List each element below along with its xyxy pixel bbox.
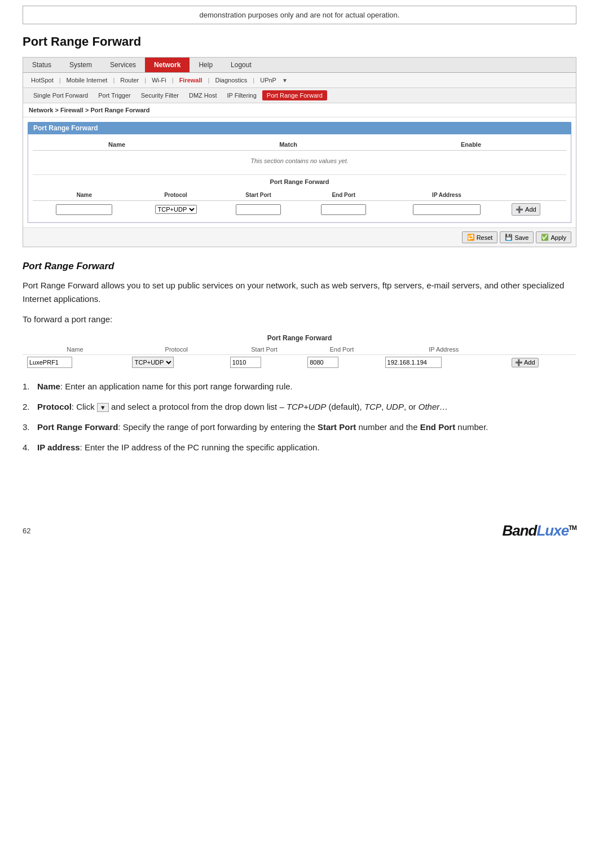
ex-col-name: Name	[23, 344, 127, 355]
item4-label: IP address	[37, 442, 80, 452]
list-item-2: 2. Protocol: Click ▼ and select a protoc…	[23, 400, 576, 414]
example-table: Name Protocol Start Port End Port IP Add…	[23, 344, 576, 370]
item3-label: Port Range Forward	[37, 422, 118, 432]
sub-sub-nav: Single Port Forward Port Trigger Securit…	[23, 88, 576, 103]
ex-end-port-input[interactable]	[307, 357, 338, 368]
prf-start-port-input[interactable]	[236, 204, 281, 215]
section-header: Port Range Forward	[28, 122, 571, 134]
subnav-hotspot[interactable]: HotSpot	[29, 76, 56, 85]
reset-button[interactable]: 🔁 Reset	[462, 231, 498, 243]
breadcrumb: Network > Firewall > Port Range Forward	[23, 103, 576, 117]
prf-ip-input[interactable]	[413, 204, 481, 215]
ex-col-protocol: Protocol	[127, 344, 226, 355]
ex-protocol-select[interactable]: TCP+UDP TCP UDP Other...	[132, 357, 174, 368]
prf-col-end-port: End Port	[301, 190, 386, 201]
ex-plus-icon: ➕	[515, 359, 523, 366]
ex-col-start-port: Start Port	[226, 344, 303, 355]
prf-col-ip: IP Address	[386, 190, 507, 201]
subnav2-ip-filtering[interactable]: IP Filtering	[222, 90, 261, 100]
prf-protocol-select[interactable]: TCP+UDP TCP UDP Other...	[155, 205, 197, 214]
prf-name-input[interactable]	[56, 204, 112, 215]
ex-add-button[interactable]: ➕ Add	[512, 358, 539, 367]
prf-section-title: Port Range Forward	[33, 174, 566, 187]
col-name: Name	[33, 139, 201, 151]
sub-nav: HotSpot | Mobile Internet | Router | Wi-…	[23, 73, 576, 88]
brand-logo: BandLuxeTM	[502, 522, 576, 540]
col-enable: Enable	[376, 139, 566, 151]
dropdown-symbol: ▼	[97, 403, 109, 412]
subnav2-security-filter[interactable]: Security Filter	[136, 90, 183, 100]
reset-icon: 🔁	[467, 234, 475, 241]
list-item-1: 1. Name: Enter an application name for t…	[23, 380, 576, 393]
dropdown-arrow-icon: ▼	[282, 77, 288, 84]
nav-system[interactable]: System	[60, 58, 101, 72]
subnav-router[interactable]: Router	[118, 76, 141, 85]
nav-logout[interactable]: Logout	[222, 58, 261, 72]
subnav2-port-trigger[interactable]: Port Trigger	[94, 90, 135, 100]
ex-col-ip: IP Address	[381, 344, 507, 355]
page-number: 62	[23, 527, 30, 535]
ex-start-port-input[interactable]	[230, 357, 261, 368]
prf-col-start-port: Start Port	[215, 190, 301, 201]
demo-banner: demonstration purposes only and are not …	[23, 6, 576, 24]
item2-label: Protocol	[37, 402, 72, 411]
list-item-4: 4. IP address: Enter the IP address of t…	[23, 441, 576, 454]
subnav-mobile-internet[interactable]: Mobile Internet	[64, 76, 110, 85]
item1-label: Name	[37, 382, 60, 391]
desc-paragraph1: Port Range Forward allows you to set up …	[23, 279, 576, 306]
nav-status[interactable]: Status	[23, 58, 60, 72]
ex-ip-input[interactable]	[385, 357, 442, 368]
apply-button[interactable]: ✅ Apply	[536, 231, 571, 243]
prf-add-button[interactable]: ➕ Add	[512, 203, 540, 216]
prf-col-protocol: Protocol	[136, 190, 216, 201]
content-area: Port Range Forward Name Match Enable	[23, 122, 576, 247]
example-table-title: Port Range Forward	[23, 334, 576, 344]
prf-end-port-input[interactable]	[321, 204, 366, 215]
top-nav: Status System Services Network Help Logo…	[23, 58, 576, 73]
subnav2-port-range-forward[interactable]: Port Range Forward	[262, 90, 327, 100]
nav-network[interactable]: Network	[145, 58, 190, 72]
subnav-upnp[interactable]: UPnP	[258, 76, 279, 85]
subnav-wifi[interactable]: Wi-Fi	[149, 76, 169, 85]
no-values-text: This section contains no values yet.	[37, 153, 562, 169]
save-button[interactable]: 💾 Save	[500, 231, 534, 243]
main-table: Name Match Enable This section contains …	[33, 139, 566, 171]
page-title: Port Range Forward	[23, 34, 576, 49]
prf-input-table: Name Protocol Start Port End Port IP Add…	[33, 190, 566, 218]
action-bar: 🔁 Reset 💾 Save ✅ Apply	[23, 227, 576, 247]
router-ui: Status System Services Network Help Logo…	[23, 57, 576, 247]
subnav-diagnostics[interactable]: Diagnostics	[213, 76, 249, 85]
prf-col-name: Name	[33, 190, 136, 201]
instructions-list: 1. Name: Enter an application name for t…	[23, 380, 576, 454]
subnav2-single-port[interactable]: Single Port Forward	[29, 90, 93, 100]
description-section: Port Range Forward Port Range Forward al…	[23, 261, 576, 454]
apply-icon: ✅	[541, 234, 549, 241]
ex-col-end-port: End Port	[303, 344, 380, 355]
subnav-firewall[interactable]: Firewall	[177, 76, 205, 85]
plus-icon: ➕	[516, 206, 523, 213]
example-table-wrapper: Port Range Forward Name Protocol Start P…	[23, 334, 576, 370]
footer: 62 BandLuxeTM	[0, 518, 599, 544]
nav-services[interactable]: Services	[101, 58, 145, 72]
desc-paragraph2: To forward a port range:	[23, 313, 576, 326]
table-area: Name Match Enable This section contains …	[28, 134, 571, 223]
desc-title: Port Range Forward	[23, 261, 576, 272]
save-icon: 💾	[505, 234, 513, 241]
ex-name-input[interactable]	[27, 357, 72, 368]
col-match: Match	[201, 139, 376, 151]
list-item-3: 3. Port Range Forward: Specify the range…	[23, 420, 576, 434]
subnav2-dmz-host[interactable]: DMZ Host	[184, 90, 222, 100]
nav-help[interactable]: Help	[190, 58, 222, 72]
